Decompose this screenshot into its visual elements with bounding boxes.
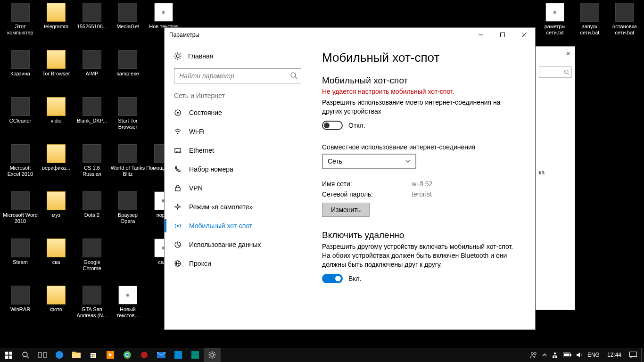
desktop-icon[interactable]: Dota 2: [74, 191, 109, 218]
sidebar-item-hotspot[interactable]: Мобильный хот-спот: [165, 216, 311, 235]
sidebar-item-ethernet[interactable]: Ethernet: [165, 141, 311, 160]
text-file-icon: ≡: [545, 3, 564, 22]
svg-line-1: [568, 73, 569, 74]
desktop-icon[interactable]: запуск сети.bat: [572, 3, 607, 36]
sidebar-item-label: VPN: [189, 184, 203, 192]
svg-rect-67: [555, 356, 557, 358]
action-center-button[interactable]: [625, 348, 641, 362]
svg-rect-75: [564, 354, 570, 356]
sidebar-item-dialup[interactable]: Набор номера: [165, 160, 311, 179]
hotspot-toggle[interactable]: [322, 121, 343, 130]
battery-icon[interactable]: [563, 353, 571, 357]
settings-window: Параметры Главная Сеть и Интернет Состоя…: [164, 27, 536, 330]
desktop-icon[interactable]: Google Chrome: [74, 239, 109, 272]
hotspot-heading: Мобильный хот-спот: [322, 75, 522, 86]
svg-line-62: [214, 352, 215, 353]
desktop-icon[interactable]: telegramm: [39, 3, 74, 30]
svg-point-55: [211, 354, 214, 356]
desktop-icon[interactable]: Blank_DKP...: [74, 97, 109, 124]
sidebar-home[interactable]: Главная: [165, 48, 311, 65]
tray-clock[interactable]: 12:44: [603, 348, 625, 362]
taskbar-app-1[interactable]: [170, 348, 187, 362]
taskbar-chrome[interactable]: [119, 348, 136, 362]
desktop-icon[interactable]: Microsoft Word 2010: [3, 191, 38, 224]
desktop-icon[interactable]: ≡Нов текстов: [146, 3, 181, 30]
desktop-icon[interactable]: верифика...: [39, 144, 74, 171]
svg-rect-36: [38, 353, 41, 357]
app-icon: [118, 191, 137, 210]
desktop-icon[interactable]: CCleaner: [3, 97, 38, 124]
taskbar-edge[interactable]: [51, 348, 68, 362]
desktop-icon[interactable]: World of Tanks Blitz: [110, 144, 145, 177]
taskbar-settings[interactable]: [204, 348, 221, 362]
app-icon: [11, 50, 30, 69]
taskbar-opera[interactable]: [136, 348, 153, 362]
desktop-icon[interactable]: GTA San Andreas (N...: [74, 286, 109, 319]
sidebar-item-proxy[interactable]: Прокси: [165, 254, 311, 273]
tray-chevron-up-icon[interactable]: [542, 353, 547, 357]
remote-toggle[interactable]: [322, 274, 343, 283]
desktop-icon[interactable]: Steam: [3, 239, 38, 265]
start-button[interactable]: [0, 348, 17, 362]
taskbar-store[interactable]: [85, 348, 102, 362]
behind-close-button[interactable]: ✕: [561, 47, 575, 61]
desktop-icon[interactable]: vidio: [39, 97, 74, 124]
sidebar-item-airplane[interactable]: Режим «в самолете»: [165, 197, 311, 216]
task-view-button[interactable]: [34, 348, 51, 362]
desktop-icon[interactable]: фото: [39, 286, 74, 313]
desktop-icon-label: Браузер Opera: [110, 212, 145, 224]
desktop-icon[interactable]: ≡раметры сети.txt: [537, 3, 572, 36]
sidebar-item-status[interactable]: Состояние: [165, 103, 311, 122]
taskbar-explorer[interactable]: [68, 348, 85, 362]
desktop-icon[interactable]: AIMP: [74, 50, 109, 77]
taskbar-media[interactable]: [102, 348, 119, 362]
sidebar-item-vpn[interactable]: VPN: [165, 179, 311, 197]
desktop-icon[interactable]: Microsoft Excel 2010: [3, 144, 38, 177]
behind-minimize-button[interactable]: —: [548, 47, 561, 61]
desktop-icon[interactable]: Этот компьютер: [3, 3, 38, 36]
desktop-icon-label: Tor Browser: [39, 71, 74, 77]
people-icon[interactable]: [530, 351, 537, 359]
desktop-icon[interactable]: samp.exe: [110, 50, 145, 77]
settings-titlebar[interactable]: Параметры: [165, 28, 535, 42]
svg-rect-30: [5, 352, 8, 355]
desktop-icon[interactable]: Браузер Opera: [110, 191, 145, 224]
folder-icon: [47, 239, 66, 257]
sidebar-item-label: Wi-Fi: [189, 128, 205, 135]
desktop-icon[interactable]: остановка сети.bat: [607, 3, 642, 36]
volume-icon[interactable]: [576, 352, 583, 358]
desktop-icon-label: запуск сети.bat: [572, 24, 607, 36]
network-icon[interactable]: [552, 352, 558, 358]
svg-rect-41: [91, 353, 96, 358]
desktop-icon[interactable]: муз: [39, 191, 74, 218]
desktop-icon[interactable]: Start Tor Browser: [110, 97, 145, 130]
vpn-icon: [174, 184, 182, 192]
svg-rect-45: [93, 356, 95, 357]
minimize-button[interactable]: [470, 28, 492, 42]
sidebar-item-wifi[interactable]: Wi-Fi: [165, 122, 311, 141]
taskbar-app-2[interactable]: [187, 348, 204, 362]
close-button[interactable]: [513, 28, 535, 42]
desktop-icon[interactable]: WinRAR: [3, 286, 38, 313]
svg-rect-44: [91, 356, 93, 357]
svg-point-64: [531, 353, 534, 355]
search-input[interactable]: [174, 68, 301, 83]
app-icon: [118, 144, 137, 163]
taskbar-search[interactable]: [17, 348, 34, 362]
desktop-icon[interactable]: MediaGet: [110, 3, 145, 30]
tray-language[interactable]: ENG: [587, 352, 600, 358]
maximize-button[interactable]: [492, 28, 513, 42]
taskbar-mail[interactable]: [153, 348, 170, 362]
desktop-icon[interactable]: ска: [39, 239, 74, 265]
desktop-icon[interactable]: CS 1.6 Russian: [74, 144, 109, 177]
desktop-icon[interactable]: 155265108...: [74, 3, 109, 30]
share-from-select[interactable]: Сеть: [322, 154, 416, 169]
desktop-icon[interactable]: Корзина: [3, 50, 38, 77]
desktop-icon[interactable]: ≡Новый текстов...: [110, 286, 145, 319]
show-desktop-button[interactable]: [641, 348, 644, 362]
desktop-icon[interactable]: Tor Browser: [39, 50, 74, 77]
sidebar-item-datausage[interactable]: Использование данных: [165, 235, 311, 254]
behind-search-field[interactable]: [539, 66, 572, 78]
folder-icon: [47, 191, 66, 210]
edit-button[interactable]: Изменить: [322, 203, 370, 217]
